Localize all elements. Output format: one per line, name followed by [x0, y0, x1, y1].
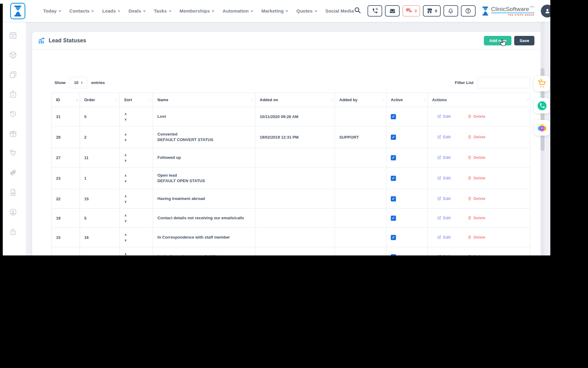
delete-button[interactable]: Delete	[468, 254, 485, 256]
active-checkbox[interactable]: ✓	[391, 155, 396, 160]
move-down-button[interactable]: ∨	[124, 138, 129, 142]
sidebar-item-cart[interactable]	[9, 149, 17, 157]
edit-button[interactable]: Edit	[437, 176, 451, 180]
edit-button[interactable]: Edit	[437, 135, 451, 139]
sidebar-item-layers[interactable]	[9, 71, 17, 79]
move-down-button[interactable]: ∨	[124, 239, 129, 242]
column-header[interactable]: Added by ↑↓	[335, 93, 386, 107]
delete-button[interactable]: Delete	[468, 235, 485, 240]
search-icon[interactable]	[354, 6, 363, 16]
nav-item[interactable]: Leads ∨	[102, 8, 120, 13]
column-header[interactable]: Name ↑↓	[153, 93, 255, 107]
delete-label: Delete	[473, 196, 485, 201]
move-up-button[interactable]: ∧	[124, 252, 129, 256]
move-down-button[interactable]: ∨	[124, 159, 129, 162]
clinicsoftware-logo[interactable]: ClinicSoftware.com TEN STEPS AHEAD	[481, 6, 535, 16]
edit-button[interactable]: Edit	[437, 216, 451, 220]
column-header[interactable]: Order ↑↓	[80, 93, 120, 107]
sidebar-item-calendar[interactable]: 12	[9, 31, 17, 40]
chart-growth-icon	[38, 37, 45, 44]
edit-button[interactable]: Edit	[437, 254, 451, 256]
active-checkbox[interactable]: ✓	[391, 176, 396, 181]
sidebar-item-history[interactable]	[9, 110, 17, 118]
nav-item[interactable]: Social Media	[325, 8, 354, 13]
column-header[interactable]: Actions ↑↓	[428, 93, 530, 107]
add-new-button[interactable]: Add new	[484, 36, 511, 45]
filter-list-input[interactable]	[477, 77, 530, 88]
table-row: 15 16 ∧ ∨ In Correspondence with staff m…	[52, 228, 530, 247]
store-button[interactable]: 0	[423, 5, 441, 17]
edit-button[interactable]: Edit	[437, 155, 451, 160]
chat-button[interactable]: 3	[402, 5, 420, 17]
edit-label: Edit	[443, 155, 451, 160]
move-up-button[interactable]: ∧	[124, 112, 129, 116]
cart-orange-button[interactable]: ♥♥	[534, 76, 550, 91]
active-checkbox[interactable]: ✓	[391, 135, 396, 140]
nav-item[interactable]: Contacts ∨	[70, 8, 94, 13]
column-header[interactable]: Active ↑↓	[386, 93, 428, 107]
move-up-button[interactable]: ∧	[124, 233, 129, 236]
card-header: Lead Statuses Add new Save	[32, 32, 542, 50]
phone-button[interactable]	[368, 5, 382, 17]
move-up-button[interactable]: ∧	[124, 153, 129, 157]
save-button[interactable]: Save	[514, 36, 534, 45]
nav-item[interactable]: Today ∨	[43, 8, 61, 13]
help-button[interactable]	[461, 5, 476, 17]
added-by-cell	[335, 209, 386, 228]
sort-cell: ∧ ∨	[120, 167, 153, 189]
move-down-button[interactable]: ∨	[124, 118, 129, 121]
active-checkbox[interactable]: ✓	[391, 114, 396, 119]
column-header[interactable]: Added on ↑↓	[255, 93, 335, 107]
sidebar-item-package[interactable]	[9, 51, 17, 59]
delete-button[interactable]: Delete	[468, 155, 485, 160]
move-up-button[interactable]: ∧	[124, 194, 129, 198]
nav-item[interactable]: Automation ∨	[223, 8, 253, 13]
sidebar-item-shopping-bag[interactable]	[9, 90, 17, 98]
nav-item[interactable]: Quotes ∨	[296, 8, 317, 13]
page-size-select[interactable]: 10 ▲▼	[70, 77, 87, 88]
delete-button[interactable]: Delete	[468, 196, 485, 201]
active-checkbox[interactable]: ✓	[391, 235, 396, 240]
inbox-button[interactable]	[385, 5, 400, 17]
actions-cell: Edit Delete	[428, 209, 530, 228]
sort-cell: ∧ ∨	[120, 209, 153, 228]
added-by-cell	[335, 228, 386, 247]
nav-item[interactable]: Deals ∨	[129, 8, 146, 13]
column-header[interactable]: ID ↑↓	[52, 93, 80, 107]
move-up-button[interactable]: ∧	[124, 133, 129, 136]
nav-item[interactable]: Marketing ∨	[262, 8, 288, 13]
active-checkbox[interactable]: ✓	[391, 196, 396, 201]
move-up-button[interactable]: ∧	[124, 174, 129, 177]
filter-list-label: Filter List	[455, 80, 473, 85]
sidebar-item-user-sync[interactable]	[9, 208, 17, 216]
active-checkbox[interactable]: ✓	[391, 216, 396, 221]
clinicsoftware-hourglass-logo-icon[interactable]	[10, 3, 25, 19]
sidebar-item-tags[interactable]: $	[9, 169, 17, 177]
ai-button[interactable]: AI	[534, 120, 550, 136]
edit-button[interactable]: Edit	[437, 114, 451, 119]
active-checkbox[interactable]: ✓	[391, 254, 396, 256]
edit-button[interactable]: Edit	[437, 235, 451, 240]
delete-button[interactable]: Delete	[468, 176, 485, 180]
move-up-button[interactable]: ∧	[124, 214, 129, 217]
sidebar-item-lock[interactable]	[9, 228, 17, 236]
sidebar-item-gift[interactable]	[9, 129, 17, 138]
bell-button[interactable]	[443, 5, 458, 17]
whatsapp-button[interactable]	[534, 98, 550, 113]
move-down-button[interactable]: ∨	[124, 219, 129, 223]
nav-item[interactable]: Tasks ∨	[154, 8, 171, 13]
user-avatar-button[interactable]	[541, 5, 550, 17]
delete-button[interactable]: Delete	[468, 135, 485, 139]
inbox-icon	[389, 8, 396, 14]
delete-button[interactable]: Delete	[468, 216, 485, 220]
column-header[interactable]: Sort ↑↓	[120, 93, 153, 107]
brand-name: ClinicSoftware	[491, 6, 529, 13]
edit-button[interactable]: Edit	[437, 196, 451, 201]
sidebar-item-report[interactable]	[9, 188, 17, 197]
delete-button[interactable]: Delete	[468, 114, 485, 119]
nav-item[interactable]: Memberships ∨	[179, 8, 214, 13]
move-down-button[interactable]: ∨	[124, 200, 129, 203]
added-on-cell: 19/02/2019 12:31 PM	[255, 126, 335, 148]
move-down-button[interactable]: ∨	[124, 179, 129, 183]
page-scrollbar[interactable]	[541, 22, 545, 255]
